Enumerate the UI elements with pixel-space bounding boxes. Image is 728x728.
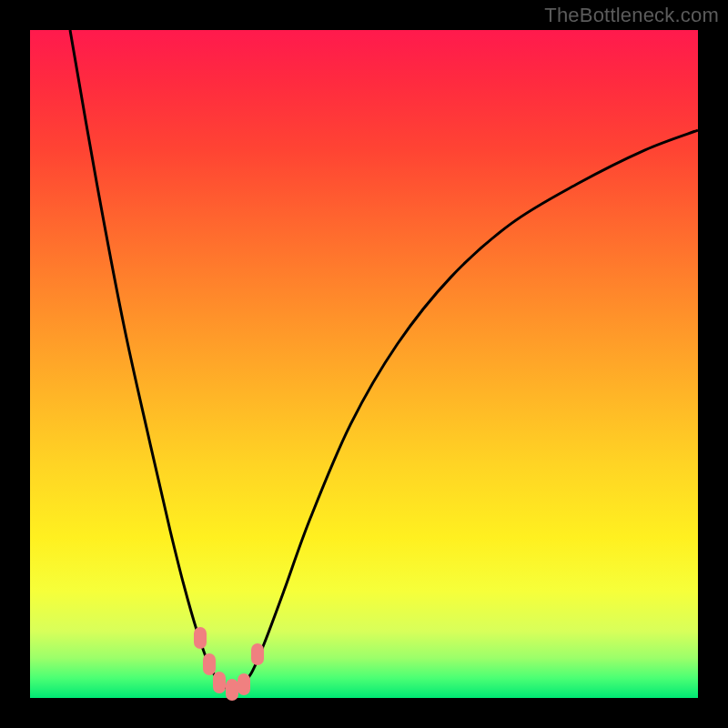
- curve-marker: [238, 673, 250, 695]
- curve-marker: [203, 653, 216, 675]
- watermark-text: TheBottleneck.com: [544, 4, 719, 27]
- bottleneck-curve: [30, 30, 698, 698]
- curve-marker: [226, 679, 238, 701]
- curve-marker: [194, 627, 207, 649]
- curve-marker: [213, 672, 226, 693]
- curve-path: [70, 30, 698, 690]
- plot-area: [30, 30, 698, 698]
- curve-marker: [251, 643, 264, 665]
- chart-frame: TheBottleneck.com: [0, 0, 728, 728]
